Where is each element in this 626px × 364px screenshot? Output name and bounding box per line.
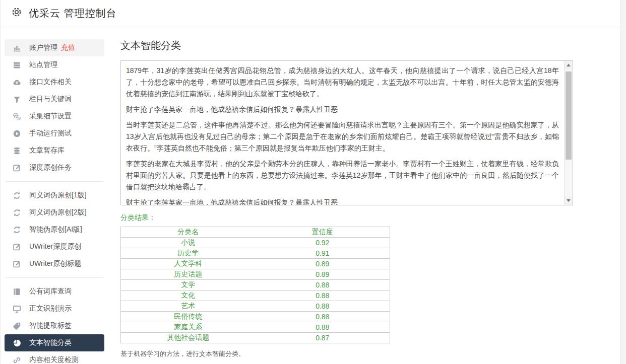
category-cell: 文学: [121, 280, 256, 290]
category-cell: 其他社会话题: [121, 333, 256, 343]
sidebar-item-label: 内容相关度检测: [29, 355, 79, 364]
tag-icon: [13, 322, 21, 330]
sidebar-item-label: 正文识别演示: [29, 304, 72, 313]
textarea-scrollbar[interactable]: [564, 61, 573, 205]
cloud-upload-icon: [13, 78, 21, 87]
sidebar-item-synonym-rewrite-v1[interactable]: 同义词伪原创[1版]: [5, 187, 104, 204]
sidebar-item-public-lexicon-query[interactable]: 公有词库查询: [5, 283, 104, 300]
sidebar-item-columns-keywords[interactable]: 栏目与关键词: [5, 91, 104, 108]
scroll-down-button[interactable]: [565, 196, 573, 205]
sidebar-item-label: 同义词伪原创[1版]: [29, 191, 87, 200]
confidence-cell: 0.87: [256, 333, 390, 343]
sidebar-item-text-classification[interactable]: 文本智能分类: [5, 334, 104, 351]
confidence-cell: 0.91: [256, 248, 390, 259]
table-row: 其他社会话题0.87: [121, 333, 390, 343]
category-column-header: 分类名: [121, 227, 256, 238]
category-cell: 民俗传统: [121, 312, 256, 322]
input-paragraph: 李莲英的老家在大城县李贾村，他的父亲是个勤劳本分的庄稼人，靠种田养活一家老小。李…: [126, 158, 559, 193]
table-row: 艺术0.88: [121, 301, 390, 312]
recharge-badge[interactable]: 充值: [61, 43, 75, 52]
confidence-cell: 0.88: [256, 301, 390, 312]
pie-chart-icon: [13, 339, 21, 347]
sidebar-item-label: 文本智能分类: [29, 338, 72, 347]
filter-icon: [13, 95, 21, 104]
input-paragraph: 1879年，31岁的李莲英出任储秀宫四品花翎总管，成为慈禧身边的大红人。这年春天…: [126, 65, 559, 100]
sidebar-item-label: 智能提取标签: [29, 321, 72, 330]
confidence-cell: 0.88: [256, 322, 390, 333]
sidebar-item-label: UWriter原创标题: [29, 259, 81, 268]
monitor-icon: [13, 305, 21, 313]
sidebar-item-uwriter-original-title[interactable]: UWriter原创标题: [5, 255, 104, 272]
sidebar-item-content-relevance[interactable]: 内容相关度检测: [5, 351, 104, 364]
play-circle-icon: [13, 129, 21, 138]
sidebar-item-deep-original-tasks[interactable]: 深度原创任务: [5, 159, 104, 176]
app-header: 优采云 管理控制台: [1, 0, 626, 28]
database-icon: [13, 147, 21, 155]
page-title: 文本智能分类: [120, 38, 574, 52]
input-text[interactable]: 1879年，31岁的李莲英出任储秀宫四品花翎总管，成为慈禧身边的大红人。这年春天…: [121, 61, 564, 205]
table-header-row: 分类名 置信度: [121, 227, 390, 238]
sidebar-item-synonym-rewrite-v2[interactable]: 同义词伪原创[2版]: [5, 204, 104, 221]
sidebar-item-label: 栏目与关键词: [29, 95, 72, 104]
sidebar-item-content-extraction-demo[interactable]: 正文识别演示: [5, 300, 104, 317]
gears-icon: [13, 112, 21, 121]
sidebar-item-ai-rewrite[interactable]: 智能伪原创[AI版]: [5, 221, 104, 238]
scrollbar-thumb[interactable]: [566, 71, 572, 160]
gear-icon: [11, 7, 22, 18]
table-row: 小说0.92: [121, 238, 390, 248]
confidence-cell: 0.89: [256, 259, 390, 269]
category-cell: 文化: [121, 290, 256, 301]
sidebar-item-label: 采集细节设置: [29, 112, 72, 121]
sidebar-item-smart-tag-extraction[interactable]: 智能提取标签: [5, 317, 104, 334]
sidebar-item-interface-files[interactable]: 接口文件相关: [5, 74, 104, 91]
table-row: 人文学科0.89: [121, 259, 390, 269]
table-row: 民俗传统0.88: [121, 312, 390, 322]
confidence-cell: 0.88: [256, 280, 390, 290]
classification-input-textarea[interactable]: 1879年，31岁的李莲英出任储秀宫四品花翎总管，成为慈禧身边的大红人。这年春天…: [120, 60, 573, 205]
category-cell: 小说: [121, 238, 256, 248]
app-window: 优采云 管理控制台 账户管理 充值 站点管理 接口文件相关: [0, 0, 626, 364]
sidebar-item-label: 文章暂存库: [29, 146, 65, 155]
edit-icon: [13, 243, 21, 251]
sidebar-item-site-management[interactable]: 站点管理: [5, 56, 104, 74]
edit-icon: [13, 164, 21, 172]
bar-chart-icon: [13, 44, 21, 52]
sidebar-item-label: 深度原创任务: [29, 163, 72, 172]
results-label: 分类结果：: [120, 213, 574, 223]
confidence-cell: 0.89: [256, 269, 390, 280]
sidebar-item-label: 接口文件相关: [29, 78, 72, 87]
sidebar-divider: [6, 181, 103, 182]
confidence-column-header: 置信度: [256, 227, 390, 238]
category-cell: 历史学: [121, 248, 256, 259]
sidebar-item-collection-settings[interactable]: 采集细节设置: [5, 108, 104, 125]
table-row: 文学0.88: [121, 280, 390, 290]
book-icon: [13, 287, 21, 296]
table-row: 历史话题0.89: [121, 269, 390, 280]
sidebar-item-label: UWriter深度原创: [29, 242, 81, 251]
app-title: 优采云 管理控制台: [29, 7, 117, 20]
category-cell: 艺术: [121, 301, 256, 312]
input-paragraph: 财主抢了李莲英家一亩地，他成慈禧亲信后如何报复？暴露人性丑恶: [126, 104, 559, 115]
table-row: 历史学0.91: [121, 248, 390, 259]
sidebar-item-article-staging[interactable]: 文章暂存库: [5, 142, 104, 159]
page-scrollbar[interactable]: [620, 0, 626, 364]
category-cell: 家庭关系: [121, 322, 256, 333]
sidebar-item-manual-run-test[interactable]: 手动运行测试: [5, 125, 104, 142]
confidence-cell: 0.88: [256, 290, 390, 301]
category-cell: 人文学科: [121, 259, 256, 269]
sidebar-item-account-management[interactable]: 账户管理 充值: [5, 39, 104, 56]
category-cell: 历史话题: [121, 269, 256, 280]
scroll-up-button[interactable]: [565, 61, 573, 69]
edit-icon: [13, 260, 21, 268]
confidence-cell: 0.88: [256, 312, 390, 322]
sidebar-item-label: 账户管理: [29, 43, 57, 52]
footnote: 基于机器学习的方法，进行文本智能分类。: [120, 349, 574, 358]
sidebar-item-uwriter-deep-original[interactable]: UWriter深度原创: [5, 238, 104, 255]
refresh-icon: [13, 191, 21, 200]
input-paragraph: 财主抢了李莲英家一亩地，他成慈禧亲信后如何报复？暴露人性丑恶: [126, 197, 559, 205]
main-content: 文本智能分类 1879年，31岁的李莲英出任储秀宫四品花翎总管，成为慈禧身边的大…: [120, 38, 574, 358]
link-icon: [13, 356, 21, 364]
sidebar: 账户管理 充值 站点管理 接口文件相关 栏目与关键词 采集细节设置: [5, 39, 104, 364]
sidebar-item-label: 同义词伪原创[2版]: [29, 208, 87, 217]
table-row: 家庭关系0.88: [121, 322, 390, 333]
